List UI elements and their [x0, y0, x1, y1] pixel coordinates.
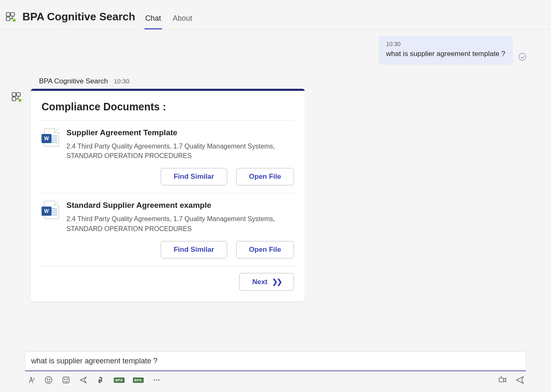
- video-reply-icon[interactable]: [498, 375, 507, 385]
- app-title: BPA Cognitive Search: [22, 10, 135, 23]
- message-input[interactable]: [31, 357, 520, 365]
- document-description: 2.4 Third Party Quality Agreements, 1.7 …: [66, 141, 294, 161]
- bot-avatar: [11, 91, 23, 104]
- bot-message-meta: BPA Cognitive Search 10:30: [31, 77, 305, 89]
- svg-point-11: [67, 379, 68, 380]
- find-similar-button[interactable]: Find Similar: [161, 241, 227, 258]
- send-button[interactable]: [515, 375, 524, 385]
- svg-rect-12: [99, 379, 101, 383]
- document-result: W Standard Supplier Agreement example 2.…: [42, 193, 294, 265]
- find-similar-button[interactable]: Find Similar: [161, 168, 227, 185]
- bpa-extension-icon[interactable]: BPA: [133, 377, 144, 383]
- presence-available-icon: [18, 98, 22, 103]
- compose-toolbar: BPA BPA: [25, 371, 526, 386]
- read-receipt-icon: [519, 53, 526, 61]
- open-file-button[interactable]: Open File: [236, 168, 294, 185]
- bpa-extension-icon[interactable]: BPA: [114, 377, 125, 383]
- svg-point-6: [45, 377, 52, 384]
- svg-rect-1: [11, 12, 15, 16]
- compose-input-wrap[interactable]: [25, 351, 526, 371]
- document-result: W Supplier Agreement Template 2.4 Third …: [42, 120, 294, 193]
- user-message-time: 10:30: [386, 41, 505, 47]
- emoji-icon[interactable]: [44, 375, 53, 385]
- svg-point-8: [49, 379, 50, 380]
- svg-point-15: [158, 380, 159, 381]
- header-tabs: Chat About: [144, 4, 193, 29]
- presence-available-icon: [12, 18, 17, 23]
- card-title: Compliance Documents :: [42, 101, 294, 113]
- svg-point-14: [156, 380, 157, 381]
- word-doc-icon: W: [42, 128, 59, 148]
- tab-about[interactable]: About: [172, 14, 193, 29]
- next-button[interactable]: Next ❯❯: [239, 273, 294, 291]
- app-header: BPA Cognitive Search Chat About: [0, 0, 551, 30]
- word-doc-icon: W: [42, 201, 59, 221]
- svg-point-10: [64, 379, 65, 380]
- document-description: 2.4 Third Party Quality Agreements, 1.7 …: [66, 214, 294, 233]
- chat-scroll-area[interactable]: 10:30 what is supplier agreement templat…: [0, 30, 551, 351]
- send-priority-icon[interactable]: [79, 375, 88, 385]
- svg-point-13: [154, 380, 155, 381]
- svg-rect-9: [63, 377, 69, 383]
- svg-rect-5: [12, 97, 16, 101]
- svg-rect-3: [12, 93, 16, 96]
- compose-area: BPA BPA: [0, 351, 551, 392]
- svg-rect-16: [499, 378, 504, 382]
- user-message-text: what is supplier agreement template ?: [386, 50, 505, 58]
- tab-chat[interactable]: Chat: [144, 14, 162, 29]
- bot-name: BPA Cognitive Search: [39, 77, 108, 85]
- bot-message-row: BPA Cognitive Search 10:30 Compliance Do…: [25, 77, 526, 302]
- format-icon[interactable]: [27, 375, 36, 385]
- user-message-bubble[interactable]: 10:30 what is supplier agreement templat…: [379, 36, 513, 65]
- app-icon: [5, 11, 17, 23]
- document-title: Standard Supplier Agreement example: [66, 201, 294, 210]
- svg-rect-2: [6, 17, 10, 21]
- user-message-row: 10:30 what is supplier agreement templat…: [25, 36, 526, 65]
- results-card: Compliance Documents : W Supplier Agreem…: [31, 89, 305, 302]
- next-button-label: Next: [252, 278, 267, 286]
- document-title: Supplier Agreement Template: [66, 128, 294, 137]
- svg-point-7: [47, 379, 48, 380]
- open-file-button[interactable]: Open File: [236, 241, 294, 258]
- more-options-icon[interactable]: [152, 375, 161, 385]
- chevron-right-double-icon: ❯❯: [272, 278, 281, 286]
- bot-message-time: 10:30: [114, 78, 130, 85]
- attachment-icon[interactable]: [96, 375, 105, 385]
- svg-rect-0: [6, 12, 10, 16]
- sticker-icon[interactable]: [61, 375, 71, 385]
- svg-rect-4: [17, 93, 20, 96]
